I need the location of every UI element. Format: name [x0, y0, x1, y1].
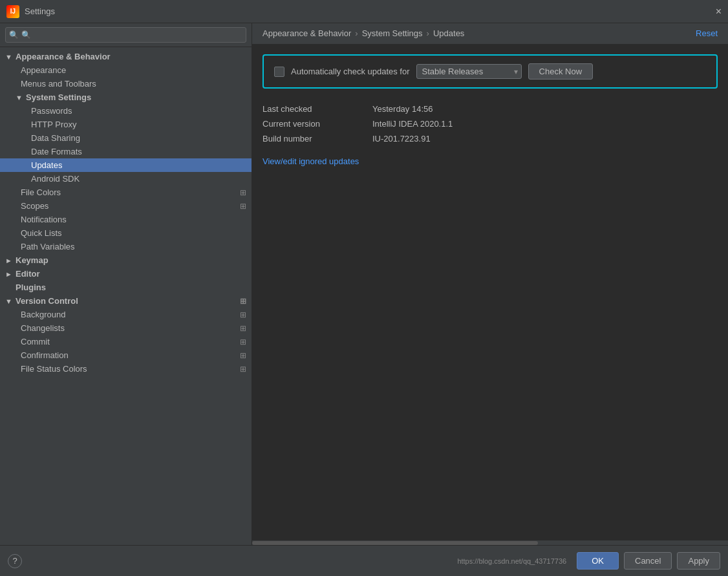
- sidebar-item-label: Notifications: [21, 215, 246, 224]
- ok-button[interactable]: OK: [577, 552, 619, 570]
- system-settings-children: Passwords HTTP Proxy Data Sharing Date F…: [0, 104, 252, 186]
- cancel-button[interactable]: Cancel: [624, 552, 672, 570]
- info-row-current-version: Current version IntelliJ IDEA 2020.1.1: [262, 116, 718, 131]
- info-table: Last checked Yesterday 14:56 Current ver…: [262, 101, 718, 146]
- window-title: Settings: [25, 6, 55, 16]
- sidebar-item-label: Background: [21, 310, 237, 319]
- sidebar-item-label: Keymap: [16, 255, 246, 265]
- sidebar-item-changelists[interactable]: Changelists ⊞: [0, 321, 252, 335]
- search-box: 🔍: [0, 23, 252, 47]
- sidebar-item-label: Path Variables: [21, 242, 246, 251]
- updates-auto-check-section: Automatically check updates for Stable R…: [262, 54, 718, 89]
- channel-select[interactable]: Stable Releases Early Access Program Bet…: [416, 64, 522, 79]
- version-control-children: Background ⊞ Changelists ⊞ Commit ⊞ Conf…: [0, 308, 252, 376]
- content-area: Appearance & Behavior › System Settings …: [252, 23, 728, 545]
- scrollbar-thumb[interactable]: [252, 541, 538, 545]
- search-input[interactable]: [5, 27, 246, 43]
- content-header: Appearance & Behavior › System Settings …: [252, 23, 728, 44]
- sidebar-item-label: Data Sharing: [31, 133, 246, 143]
- external-icon: ⊞: [240, 310, 246, 319]
- reset-link[interactable]: Reset: [696, 28, 718, 38]
- sidebar-item-http-proxy[interactable]: HTTP Proxy: [0, 118, 252, 131]
- auto-check-label: Automatically check updates for: [291, 67, 410, 76]
- info-row-build-number: Build number IU-201.7223.91: [262, 131, 718, 146]
- sidebar-item-commit[interactable]: Commit ⊞: [0, 335, 252, 348]
- sidebar-item-label: System Settings: [26, 92, 246, 102]
- content-body: Automatically check updates for Stable R…: [252, 44, 728, 540]
- title-bar: IJ Settings ×: [0, 0, 728, 23]
- sidebar-item-label: Scopes: [21, 201, 237, 211]
- sidebar-item-version-control[interactable]: ▼ Version Control ⊞: [0, 294, 252, 308]
- sidebar-item-date-formats[interactable]: Date Formats: [0, 145, 252, 158]
- sidebar-item-label: File Colors: [21, 187, 237, 197]
- external-icon: ⊞: [240, 337, 246, 347]
- external-icon: ⊞: [240, 297, 246, 306]
- close-button[interactable]: ×: [716, 6, 722, 17]
- bottom-bar-left: ?: [8, 554, 22, 568]
- sidebar-item-scopes[interactable]: Scopes ⊞: [0, 199, 252, 213]
- sidebar-item-label: Android SDK: [31, 174, 246, 184]
- breadcrumb: Appearance & Behavior › System Settings …: [262, 28, 464, 38]
- sidebar-item-file-status-colors[interactable]: File Status Colors ⊞: [0, 362, 252, 376]
- sidebar-item-confirmation[interactable]: Confirmation ⊞: [0, 348, 252, 362]
- horizontal-scrollbar[interactable]: [252, 540, 728, 545]
- sidebar-item-background[interactable]: Background ⊞: [0, 308, 252, 321]
- sidebar-item-label: Confirmation: [21, 350, 237, 360]
- bottom-bar: ? https://blog.csdn.net/qq_43717736 OK C…: [0, 545, 728, 576]
- sidebar-item-label: Updates: [31, 160, 246, 170]
- sidebar-item-updates[interactable]: Updates: [0, 158, 252, 172]
- toggle-icon: ▼: [5, 297, 16, 305]
- breadcrumb-current: Updates: [433, 28, 464, 38]
- auto-check-checkbox[interactable]: [274, 67, 284, 77]
- sidebar-item-passwords[interactable]: Passwords: [0, 104, 252, 118]
- sidebar-tree: ▼ Appearance & Behavior Appearance Menus…: [0, 47, 252, 545]
- sidebar-item-system-settings[interactable]: ▼ System Settings: [0, 91, 252, 104]
- sidebar-item-label: Changelists: [21, 323, 237, 333]
- bottom-bar-right: https://blog.csdn.net/qq_43717736 OK Can…: [457, 552, 720, 570]
- breadcrumb-part-2: System Settings: [362, 28, 423, 38]
- toggle-icon: ►: [5, 270, 16, 278]
- sidebar-item-label: Appearance & Behavior: [16, 52, 246, 61]
- channel-select-wrapper: Stable Releases Early Access Program Bet…: [416, 64, 522, 79]
- search-icon: 🔍: [9, 30, 19, 39]
- view-ignored-link[interactable]: View/edit ignored updates: [262, 156, 359, 166]
- sidebar-item-label: Appearance: [21, 65, 246, 75]
- sidebar-item-keymap[interactable]: ► Keymap: [0, 253, 252, 267]
- group-system-settings: ▼ System Settings Passwords HTTP Proxy: [0, 91, 252, 186]
- sidebar-item-plugins[interactable]: Plugins: [0, 281, 252, 294]
- app-icon: IJ: [6, 5, 19, 18]
- sidebar-item-label: Date Formats: [31, 147, 246, 156]
- sidebar-item-label: Quick Lists: [21, 228, 246, 238]
- help-button[interactable]: ?: [8, 554, 22, 568]
- apply-button[interactable]: Apply: [677, 552, 720, 570]
- sidebar: 🔍 ▼ Appearance & Behavior Appearance Men…: [0, 23, 252, 545]
- sidebar-item-notifications[interactable]: Notifications: [0, 213, 252, 226]
- external-icon: ⊞: [240, 365, 246, 374]
- toggle-icon: ▼: [16, 94, 26, 101]
- sidebar-item-data-sharing[interactable]: Data Sharing: [0, 131, 252, 145]
- sidebar-item-file-colors[interactable]: File Colors ⊞: [0, 186, 252, 199]
- last-checked-value: Yesterday 14:56: [372, 104, 433, 114]
- check-now-button[interactable]: Check Now: [528, 63, 593, 80]
- sidebar-item-appearance[interactable]: Appearance: [0, 63, 252, 77]
- sidebar-item-android-sdk[interactable]: Android SDK: [0, 172, 252, 186]
- sidebar-item-label: Commit: [21, 337, 237, 347]
- external-icon: ⊞: [240, 202, 246, 211]
- external-icon: ⊞: [240, 324, 246, 333]
- sidebar-item-quick-lists[interactable]: Quick Lists: [0, 226, 252, 240]
- sidebar-item-editor[interactable]: ► Editor: [0, 267, 252, 281]
- toggle-icon: ►: [5, 257, 16, 264]
- title-bar-left: IJ Settings: [6, 5, 55, 18]
- sidebar-item-appearance-behavior[interactable]: ▼ Appearance & Behavior: [0, 50, 252, 63]
- last-checked-label: Last checked: [262, 104, 347, 114]
- dialog-body: 🔍 ▼ Appearance & Behavior Appearance Men…: [0, 23, 728, 545]
- sidebar-item-label: Menus and Toolbars: [21, 79, 246, 89]
- sidebar-item-menus-toolbars[interactable]: Menus and Toolbars: [0, 77, 252, 91]
- info-row-last-checked: Last checked Yesterday 14:56: [262, 101, 718, 116]
- build-number-value: IU-201.7223.91: [372, 134, 431, 144]
- sidebar-item-label: Passwords: [31, 106, 246, 116]
- url-hint: https://blog.csdn.net/qq_43717736: [457, 557, 566, 565]
- current-version-label: Current version: [262, 119, 347, 129]
- sidebar-item-path-variables[interactable]: Path Variables: [0, 240, 252, 253]
- current-version-value: IntelliJ IDEA 2020.1.1: [372, 119, 453, 129]
